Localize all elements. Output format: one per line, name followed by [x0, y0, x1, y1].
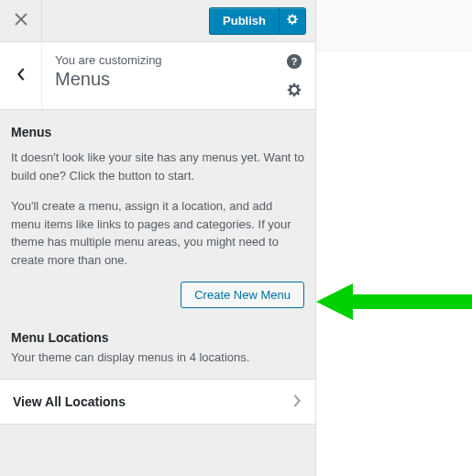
- menus-section: Menus It doesn't look like your site has…: [0, 110, 315, 327]
- site-preview: [316, 0, 472, 476]
- top-bar: Publish: [0, 0, 315, 42]
- chevron-right-icon: [291, 394, 302, 410]
- publish-group: Publish: [209, 7, 306, 35]
- gear-icon[interactable]: [286, 82, 302, 101]
- customizing-label: You are customizing: [55, 53, 302, 67]
- section-header: You are customizing Menus ?: [0, 42, 315, 110]
- preview-header-bar: [316, 0, 472, 51]
- view-all-locations-button[interactable]: View All Locations: [0, 379, 315, 425]
- svg-text:?: ?: [291, 56, 298, 67]
- publish-button[interactable]: Publish: [209, 7, 279, 35]
- chevron-left-icon: [15, 68, 27, 83]
- menu-locations-description: Your theme can display menus in 4 locati…: [11, 350, 304, 364]
- menus-description-2: You'll create a menu, assign it a locati…: [11, 197, 304, 269]
- gear-icon: [286, 13, 299, 28]
- menus-description-1: It doesn't look like your site has any m…: [11, 149, 304, 184]
- view-all-locations-label: View All Locations: [13, 394, 126, 409]
- back-button[interactable]: [0, 42, 42, 109]
- customizer-panel: Publish You are customizing Menus ?: [0, 0, 316, 476]
- section-title: Menus: [55, 69, 302, 90]
- publish-settings-button[interactable]: [279, 7, 306, 35]
- create-new-menu-button[interactable]: Create New Menu: [181, 282, 304, 308]
- menus-heading: Menus: [11, 125, 304, 139]
- close-icon: [15, 13, 27, 28]
- help-icon[interactable]: ?: [286, 53, 302, 72]
- menu-locations-heading: Menu Locations: [11, 330, 304, 345]
- menu-locations-section: Menu Locations Your theme can display me…: [0, 327, 315, 379]
- close-button[interactable]: [0, 0, 42, 42]
